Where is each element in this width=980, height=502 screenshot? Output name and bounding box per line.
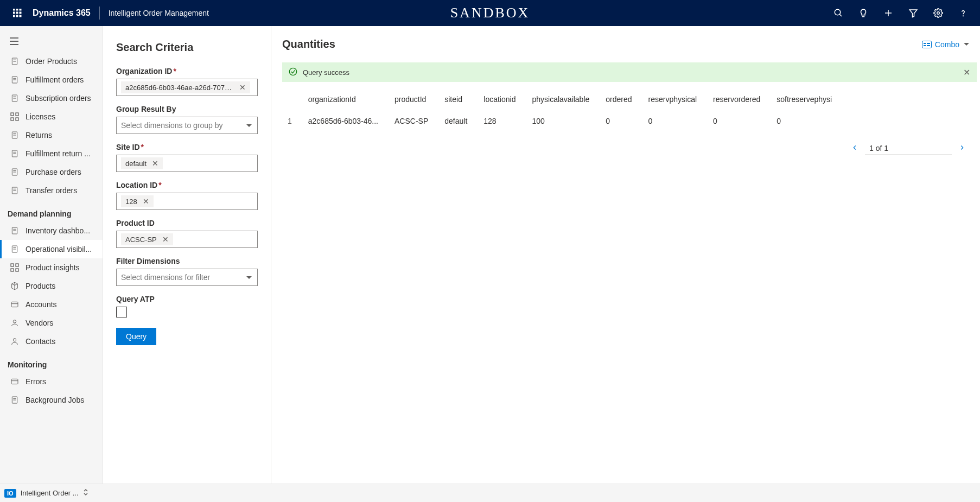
org-id-chip-remove-icon[interactable]: ✕ bbox=[237, 84, 248, 91]
search-criteria-title: Search Criteria bbox=[116, 41, 258, 54]
alert-close-icon[interactable]: ✕ bbox=[963, 67, 970, 78]
sidebar-item[interactable]: Subscription orders bbox=[0, 89, 103, 107]
nav-heading-monitor: Monitoring bbox=[0, 351, 103, 372]
svg-rect-7 bbox=[16, 15, 18, 17]
nav-item-label: Vendors bbox=[26, 319, 53, 327]
sidebar-item[interactable]: Contacts bbox=[0, 332, 103, 351]
sidebar-item[interactable]: Errors bbox=[0, 372, 103, 391]
nav-item-label: Fulfillment return ... bbox=[26, 149, 91, 158]
site-id-chip-remove-icon[interactable]: ✕ bbox=[150, 160, 161, 167]
product-id-chip-remove-icon[interactable]: ✕ bbox=[160, 236, 171, 243]
app-switcher-updown-icon[interactable] bbox=[83, 488, 88, 498]
table-row[interactable]: 1a2c685d6-6b03-46...ACSC-SPdefault128100… bbox=[282, 110, 843, 132]
results-grid: organizationIdproductIdsiteidlocationidp… bbox=[282, 88, 843, 132]
grid-column-header[interactable]: physicalavailable bbox=[526, 88, 600, 110]
org-id-input[interactable]: a2c685d6-6b03-46ae-a26d-707c90... ✕ bbox=[116, 79, 258, 96]
alert-text: Query success bbox=[303, 68, 349, 77]
nav-item-icon bbox=[9, 93, 20, 104]
help-icon[interactable] bbox=[951, 0, 976, 26]
group-by-select[interactable] bbox=[116, 117, 258, 134]
environment-badge: SANDBOX bbox=[450, 5, 530, 21]
sidebar-item[interactable]: Accounts bbox=[0, 295, 103, 314]
nav-item-label: Inventory dashbo... bbox=[26, 226, 90, 235]
combo-label: Combo bbox=[935, 40, 959, 49]
nav-item-icon bbox=[9, 225, 20, 236]
svg-rect-63 bbox=[922, 41, 931, 48]
nav-item-label: Operational visibil... bbox=[26, 245, 92, 253]
sidebar-item[interactable]: Licenses bbox=[0, 107, 103, 126]
sidebar-item[interactable]: Product insights bbox=[0, 258, 103, 277]
sidebar-item[interactable]: Fulfillment orders bbox=[0, 71, 103, 89]
grid-column-header[interactable]: ordered bbox=[600, 88, 642, 110]
query-atp-checkbox[interactable] bbox=[116, 307, 127, 317]
grid-column-header[interactable]: siteid bbox=[439, 88, 478, 110]
product-id-chip-text: ACSC-SP bbox=[125, 236, 157, 244]
sidebar-item[interactable]: Order Products bbox=[0, 52, 103, 71]
pager-text[interactable]: 1 of 1 bbox=[865, 142, 952, 155]
filter-dimensions-select[interactable] bbox=[116, 269, 258, 286]
product-id-input[interactable]: ACSC-SP ✕ bbox=[116, 231, 258, 248]
pager-next-icon[interactable] bbox=[955, 144, 969, 153]
nav-item-icon bbox=[9, 74, 20, 85]
nav-item-icon bbox=[9, 336, 20, 347]
sidebar-item[interactable]: Fulfillment return ... bbox=[0, 144, 103, 163]
grid-column-header[interactable]: reservordered bbox=[708, 88, 771, 110]
sidebar-item[interactable]: Returns bbox=[0, 126, 103, 144]
grid-cell: 0 bbox=[771, 110, 843, 132]
lightbulb-icon[interactable] bbox=[851, 0, 876, 26]
location-id-chip-remove-icon[interactable]: ✕ bbox=[141, 198, 151, 205]
sidebar-item[interactable]: Products bbox=[0, 277, 103, 295]
svg-rect-67 bbox=[927, 45, 930, 46]
grid-cell: 0 bbox=[708, 110, 771, 132]
grid-cell: 0 bbox=[643, 110, 708, 132]
filter-dimensions-placeholder[interactable] bbox=[121, 273, 246, 282]
svg-point-56 bbox=[13, 320, 16, 323]
nav-item-label: Background Jobs bbox=[26, 396, 84, 404]
nav-item-label: Contacts bbox=[26, 337, 55, 346]
group-by-label: Group Result By bbox=[116, 105, 258, 113]
group-by-placeholder[interactable] bbox=[121, 121, 246, 130]
location-id-label: Location ID* bbox=[116, 181, 258, 189]
grid-cell: 0 bbox=[600, 110, 642, 132]
pager-prev-icon[interactable] bbox=[848, 144, 862, 153]
product-id-chip: ACSC-SP ✕ bbox=[121, 233, 173, 245]
site-id-input[interactable]: default ✕ bbox=[116, 155, 258, 172]
results-grid-scroll[interactable]: organizationIdproductIdsiteidlocationidp… bbox=[282, 88, 977, 132]
sidebar-item[interactable]: Background Jobs bbox=[0, 391, 103, 409]
nav-item-label: Returns bbox=[26, 131, 52, 139]
sidebar-item[interactable]: Vendors bbox=[0, 314, 103, 332]
grid-column-header[interactable] bbox=[282, 88, 303, 110]
filter-icon[interactable] bbox=[901, 0, 926, 26]
results-panel: Quantities Combo Query success ✕ organiz… bbox=[271, 26, 980, 484]
search-icon[interactable] bbox=[826, 0, 851, 26]
settings-gear-icon[interactable] bbox=[926, 0, 951, 26]
grid-column-header[interactable]: locationid bbox=[478, 88, 526, 110]
hamburger-icon[interactable] bbox=[0, 30, 103, 52]
svg-rect-1 bbox=[16, 9, 18, 10]
nav-item-label: Errors bbox=[26, 377, 46, 386]
svg-rect-3 bbox=[13, 12, 15, 14]
sidebar-item[interactable]: Transfer orders bbox=[0, 181, 103, 200]
grid-column-header[interactable]: reservphysical bbox=[643, 88, 708, 110]
sidebar-item[interactable]: Purchase orders bbox=[0, 163, 103, 181]
query-button[interactable]: Query bbox=[116, 328, 156, 345]
site-id-chip: default ✕ bbox=[121, 157, 163, 169]
sidebar-item[interactable]: Inventory dashbo... bbox=[0, 221, 103, 240]
grid-column-header[interactable]: organizationId bbox=[303, 88, 389, 110]
grid-column-header[interactable]: softreservephysi bbox=[771, 88, 843, 110]
nav-item-icon bbox=[9, 111, 20, 122]
svg-rect-31 bbox=[16, 118, 18, 120]
app-switcher-label[interactable]: Intelligent Order ... bbox=[21, 489, 79, 497]
module-name[interactable]: Intelligent Order Management bbox=[102, 9, 215, 17]
chevron-down-icon bbox=[964, 43, 969, 46]
app-name[interactable]: Dynamics 365 bbox=[30, 8, 97, 18]
app-launcher-icon[interactable] bbox=[4, 0, 30, 26]
location-id-input[interactable]: 128 ✕ bbox=[116, 193, 258, 210]
grid-column-header[interactable]: productId bbox=[389, 88, 439, 110]
sidebar: Order ProductsFulfillment ordersSubscrip… bbox=[0, 26, 103, 484]
add-icon[interactable] bbox=[876, 0, 901, 26]
combo-view-selector[interactable]: Combo bbox=[922, 40, 969, 49]
site-id-label: Site ID* bbox=[116, 143, 258, 151]
results-title: Quantities bbox=[282, 38, 335, 50]
sidebar-item[interactable]: Operational visibil... bbox=[0, 240, 103, 258]
